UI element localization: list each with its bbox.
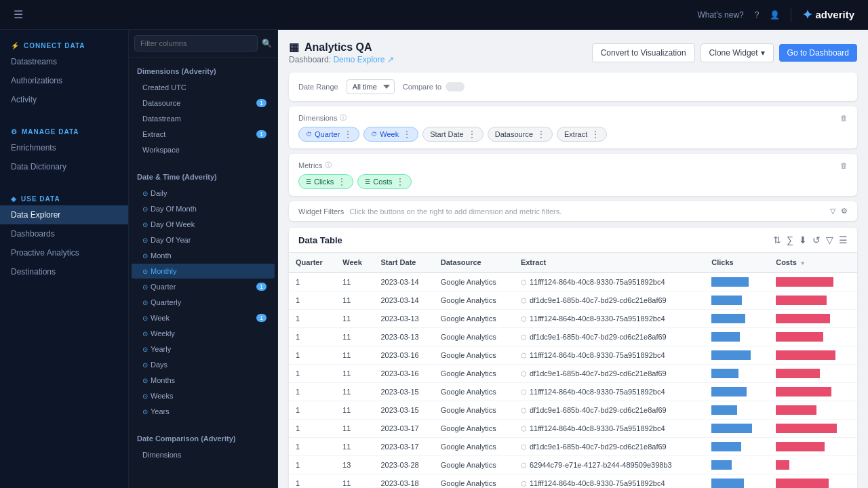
dim-quarter[interactable]: ⊙Quarter1 xyxy=(132,279,275,294)
table-row: 1 11 2023-03-14 Google Analytics ⬡ 11fff… xyxy=(289,272,857,291)
sidebar-item-data-explorer[interactable]: Data Explorer xyxy=(0,205,128,224)
dim-monthly[interactable]: ⊙Monthly xyxy=(132,264,275,279)
cell-datasource: Google Analytics xyxy=(434,456,514,474)
metrics-info-icon[interactable]: ⓘ xyxy=(325,161,332,170)
dashboard-link[interactable]: Demo Explore ↗ xyxy=(333,55,393,64)
filter-funnel-icon[interactable]: ▽ xyxy=(830,207,835,216)
user-icon[interactable]: 👤 xyxy=(770,10,780,20)
dim-extract[interactable]: Extract1 xyxy=(132,127,275,142)
chip-datasource[interactable]: Datasource ⋮ xyxy=(488,127,553,142)
table-row: 1 13 2023-03-28 Google Analytics ⬡ 62944… xyxy=(289,456,857,474)
col-datasource[interactable]: Datasource xyxy=(434,253,514,272)
dim-datastream[interactable]: Datastream xyxy=(132,111,275,126)
extract-link-icon[interactable]: ⬡ xyxy=(521,297,527,304)
date-range-select[interactable]: All time xyxy=(347,79,395,94)
convert-visualization-button[interactable]: Convert to Visualization xyxy=(592,43,695,62)
compare-to-area: Compare to xyxy=(403,82,465,92)
chip-start-date[interactable]: Start Date ⋮ xyxy=(422,127,484,142)
dim-daily[interactable]: ⊙Daily xyxy=(132,186,275,201)
sidebar-item-datastreams[interactable]: Datastreams xyxy=(0,52,128,71)
table-sum-icon[interactable]: ∑ xyxy=(787,235,793,245)
cell-clicks xyxy=(705,438,769,456)
dim-days[interactable]: ⊙Days xyxy=(132,357,275,372)
extract-link-icon[interactable]: ⬡ xyxy=(521,370,527,378)
col-costs[interactable]: Costs ▼ xyxy=(769,253,857,272)
hamburger-icon[interactable]: ☰ xyxy=(14,8,23,21)
col-extract[interactable]: Extract xyxy=(514,253,705,272)
sidebar-item-activity[interactable]: Activity xyxy=(0,90,128,109)
extract-link-icon[interactable]: ⬡ xyxy=(521,425,527,432)
sidebar-item-destinations[interactable]: Destinations xyxy=(0,262,128,281)
sidebar-item-dashboards[interactable]: Dashboards xyxy=(0,224,128,243)
chip-extract[interactable]: Extract ⋮ xyxy=(557,127,607,142)
go-to-dashboard-button[interactable]: Go to Dashboard xyxy=(779,44,857,62)
dim-years[interactable]: ⊙Years xyxy=(132,404,275,419)
dim-datasource[interactable]: Datasource1 xyxy=(132,96,275,110)
table-actions: ⇅ ∑ ⬇ ↺ ▽ ☰ xyxy=(773,235,848,245)
filter-columns-input[interactable] xyxy=(134,35,258,52)
dim-dimensions[interactable]: Dimensions xyxy=(132,447,275,462)
search-icon[interactable]: 🔍 xyxy=(262,39,272,48)
use-icon: ◈ xyxy=(11,195,17,203)
chip-clicks[interactable]: ☰ Clicks ⋮ xyxy=(298,174,353,189)
clone-widget-button[interactable]: Clone Widget ▾ xyxy=(701,43,774,62)
dim-weekly[interactable]: ⊙Weekly xyxy=(132,326,275,341)
filter-settings-icon[interactable]: ⚙ xyxy=(841,207,848,216)
sidebar-item-data-dictionary[interactable]: Data Dictionary xyxy=(0,157,128,176)
chip-quarter-menu[interactable]: ⋮ xyxy=(344,129,352,139)
extract-link-icon[interactable]: ⬡ xyxy=(521,352,527,359)
dim-months[interactable]: ⊙Months xyxy=(132,373,275,388)
extract-link-icon[interactable]: ⬡ xyxy=(521,407,527,414)
help-icon[interactable]: ? xyxy=(755,10,760,20)
extract-link-icon[interactable]: ⬡ xyxy=(521,443,527,451)
metrics-delete-icon[interactable]: 🗑 xyxy=(840,161,848,169)
dim-month[interactable]: ⊙Month xyxy=(132,248,275,263)
table-download-icon[interactable]: ⬇ xyxy=(799,235,807,245)
col-week[interactable]: Week xyxy=(336,253,374,272)
cell-extract: ⬡ 11fff124-864b-40c8-9330-75a951892bc4 xyxy=(514,383,705,401)
topbar-right: What's new? ? 👤 ✦ adverity xyxy=(697,7,854,22)
dim-yearly[interactable]: ⊙Yearly xyxy=(132,342,275,357)
chip-costs[interactable]: ☰ Costs ⋮ xyxy=(357,174,412,189)
sidebar-item-proactive-analytics[interactable]: Proactive Analytics xyxy=(0,243,128,262)
table-filter-icon[interactable]: ▽ xyxy=(826,235,833,245)
costs-bar xyxy=(776,424,837,433)
dimensions-info-icon[interactable]: ⓘ xyxy=(340,113,347,123)
col-clicks[interactable]: Clicks xyxy=(705,253,769,272)
table-refresh-icon[interactable]: ↺ xyxy=(812,235,821,245)
sidebar-item-enrichments[interactable]: Enrichments xyxy=(0,138,128,157)
extract-link-icon[interactable]: ⬡ xyxy=(521,388,527,396)
chip-week-menu[interactable]: ⋮ xyxy=(403,129,411,139)
dim-quarterly[interactable]: ⊙Quarterly xyxy=(132,295,275,310)
extract-link-icon[interactable]: ⬡ xyxy=(521,333,527,341)
dim-weeks[interactable]: ⊙Weeks xyxy=(132,388,275,403)
compare-to-toggle[interactable] xyxy=(446,82,465,92)
cell-extract: ⬡ df1dc9e1-685b-40c7-bd29-cd6c21e8af69 xyxy=(514,291,705,310)
col-quarter[interactable]: Quarter xyxy=(289,253,336,272)
chip-costs-icon: ☰ xyxy=(365,178,370,185)
dim-week[interactable]: ⊙Week1 xyxy=(132,310,275,325)
chip-quarter[interactable]: ⏱ Quarter ⋮ xyxy=(298,127,359,142)
dim-workspace[interactable]: Workspace xyxy=(132,142,275,157)
chip-extract-menu[interactable]: ⋮ xyxy=(591,129,599,139)
chip-costs-menu[interactable]: ⋮ xyxy=(396,177,404,186)
dim-day-of-year[interactable]: ⊙Day Of Year xyxy=(132,232,275,247)
chip-clicks-menu[interactable]: ⋮ xyxy=(338,177,346,186)
chip-week[interactable]: ⏱ Week ⋮ xyxy=(363,127,418,142)
chip-datasource-menu[interactable]: ⋮ xyxy=(537,129,545,139)
whats-new-link[interactable]: What's new? xyxy=(697,10,743,20)
dim-day-of-month[interactable]: ⊙Day Of Month xyxy=(132,201,275,216)
col-start-date[interactable]: Start Date xyxy=(374,253,433,272)
sidebar-item-authorizations[interactable]: Authorizations xyxy=(0,71,128,90)
dim-day-of-week[interactable]: ⊙Day Of Week xyxy=(132,217,275,232)
extract-link-icon[interactable]: ⬡ xyxy=(521,315,527,323)
dimensions-delete-icon[interactable]: 🗑 xyxy=(840,114,848,122)
table-sort-icon[interactable]: ⇅ xyxy=(773,235,781,245)
extract-link-icon[interactable]: ⬡ xyxy=(521,480,527,487)
dim-created-utc[interactable]: Created UTC xyxy=(132,80,275,95)
chip-start-date-menu[interactable]: ⋮ xyxy=(468,129,476,139)
extract-link-icon[interactable]: ⬡ xyxy=(521,462,527,469)
table-columns-icon[interactable]: ☰ xyxy=(839,235,848,245)
table-row: 1 11 2023-03-18 Google Analytics ⬡ 11fff… xyxy=(289,474,857,489)
extract-link-icon[interactable]: ⬡ xyxy=(521,279,527,286)
